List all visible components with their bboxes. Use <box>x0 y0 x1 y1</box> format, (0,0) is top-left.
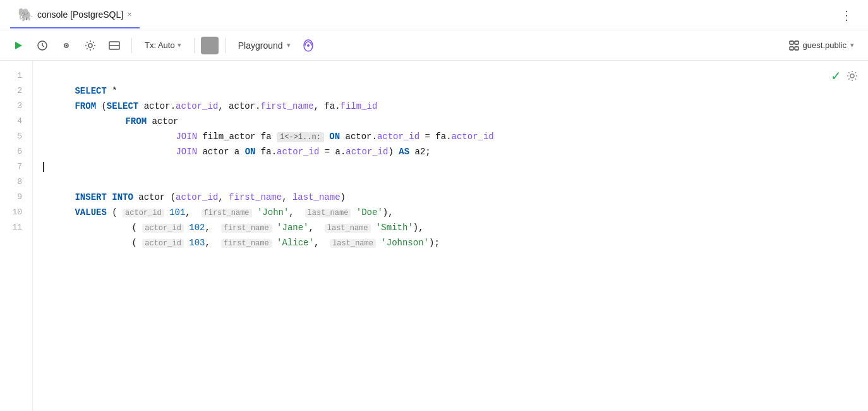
svg-point-12 <box>850 74 854 78</box>
keyword-values: VALUES <box>75 207 106 218</box>
line-number-3: 3 <box>0 99 32 114</box>
param-actor-id-2: actor_id <box>142 224 184 233</box>
line-number-6: 6 <box>0 144 32 159</box>
code-line-8: INSERT INTO actor (actor_id, first_name,… <box>43 175 858 190</box>
svg-point-4 <box>88 44 92 47</box>
line-number-10: 10 <box>0 205 32 220</box>
param-first-name-2: first_name <box>221 224 272 233</box>
param-first-name-1: first_name <box>202 209 252 218</box>
divider-2 <box>194 38 195 53</box>
line-number-1: 1 <box>0 68 32 83</box>
editor-settings-button[interactable] <box>847 70 858 82</box>
layout-button[interactable] <box>104 35 125 56</box>
code-line-7 <box>43 159 858 175</box>
postgres-icon: 🐘 <box>18 7 33 22</box>
svg-rect-8 <box>790 41 793 44</box>
svg-point-3 <box>66 44 68 46</box>
keyword-from2: FROM <box>125 116 147 126</box>
param-last-name-2: last_name <box>325 224 371 233</box>
run-icon <box>13 40 23 51</box>
history-icon <box>37 40 48 51</box>
keyword-as: AS <box>399 147 409 157</box>
tx-dropdown[interactable]: Tx: Auto ▾ <box>138 38 188 52</box>
ai-swirl-icon <box>300 37 316 54</box>
param-last-name-1: last_name <box>305 209 351 218</box>
tx-label: Tx: Auto <box>145 40 175 50</box>
tab-title: console [PostgreSQL] <box>37 9 123 20</box>
keyword-insert: INSERT <box>75 192 106 202</box>
schema-selector[interactable]: guest.public ▾ <box>783 38 860 53</box>
line-numbers: 1 2 3 4 5 6 7 8 9 10 11 <box>0 61 33 411</box>
pin-button[interactable] <box>56 35 77 56</box>
keyword-on2: ON <box>245 147 256 157</box>
line-number-2: 2 <box>0 83 32 99</box>
keyword-join2: JOIN <box>176 147 197 157</box>
svg-marker-0 <box>15 42 22 49</box>
code-line-2: FROM (SELECT actor.actor_id, actor.first… <box>43 83 858 99</box>
svg-rect-9 <box>795 41 799 44</box>
code-editor[interactable]: ✓ SELECT * FROM (SELECT actor.actor_id, … <box>33 61 868 411</box>
param-first-name-3: first_name <box>221 239 272 248</box>
line-number-8: 8 <box>0 175 32 190</box>
pin-icon <box>61 40 71 51</box>
line-number-9: 9 <box>0 190 32 205</box>
keyword-on: ON <box>329 132 340 142</box>
layout-icon <box>109 41 120 50</box>
svg-rect-11 <box>795 47 799 50</box>
playground-label: Playground <box>238 40 283 51</box>
stop-button[interactable] <box>201 37 219 54</box>
tab-group: 🐘 console [PostgreSQL] × <box>10 2 140 28</box>
keyword-into: INTO <box>112 192 133 202</box>
settings-icon <box>85 40 96 51</box>
tx-chevron-icon: ▾ <box>178 41 181 49</box>
editor-actions: ✓ <box>831 68 858 83</box>
code-line-1: SELECT * <box>43 68 858 83</box>
title-bar-right: ⋮ <box>835 5 858 25</box>
schema-label: guest.public <box>803 40 847 50</box>
toolbar: Tx: Auto ▾ Playground ▾ guest.public ▾ <box>0 30 868 61</box>
schema-chevron-icon: ▾ <box>850 41 854 49</box>
playground-chevron-icon: ▾ <box>287 41 291 49</box>
more-options-button[interactable]: ⋮ <box>835 5 858 25</box>
keyword-from: FROM <box>75 101 96 111</box>
line-number-7: 7 <box>0 159 32 175</box>
editor-area: 1 2 3 4 5 6 7 8 9 10 11 ✓ SELECT * FROM … <box>0 61 868 411</box>
ai-button[interactable] <box>299 37 317 54</box>
svg-rect-10 <box>790 47 793 50</box>
run-button[interactable] <box>8 35 29 56</box>
check-button[interactable]: ✓ <box>831 68 841 83</box>
divider-3 <box>225 38 226 53</box>
svg-point-7 <box>307 44 310 47</box>
keyword-select: SELECT <box>75 86 106 96</box>
relation-badge: 1<->1..n: <box>277 132 324 142</box>
console-tab[interactable]: 🐘 console [PostgreSQL] × <box>10 2 140 28</box>
param-actor-id-3: actor_id <box>142 239 184 248</box>
param-actor-id-1: actor_id <box>123 209 164 218</box>
playground-button[interactable]: Playground ▾ <box>232 38 297 53</box>
param-last-name-3: last_name <box>330 239 376 248</box>
schema-icon <box>789 40 799 51</box>
title-bar: 🐘 console [PostgreSQL] × ⋮ <box>0 0 868 30</box>
keyword-select2: SELECT <box>107 101 138 111</box>
history-button[interactable] <box>32 35 53 56</box>
divider-1 <box>131 38 132 53</box>
line-number-11: 11 <box>0 220 32 235</box>
line-number-5: 5 <box>0 129 32 144</box>
keyword-join: JOIN <box>176 132 197 142</box>
tab-close-button[interactable]: × <box>127 9 132 19</box>
line-number-4: 4 <box>0 114 32 129</box>
settings-button[interactable] <box>80 35 101 56</box>
